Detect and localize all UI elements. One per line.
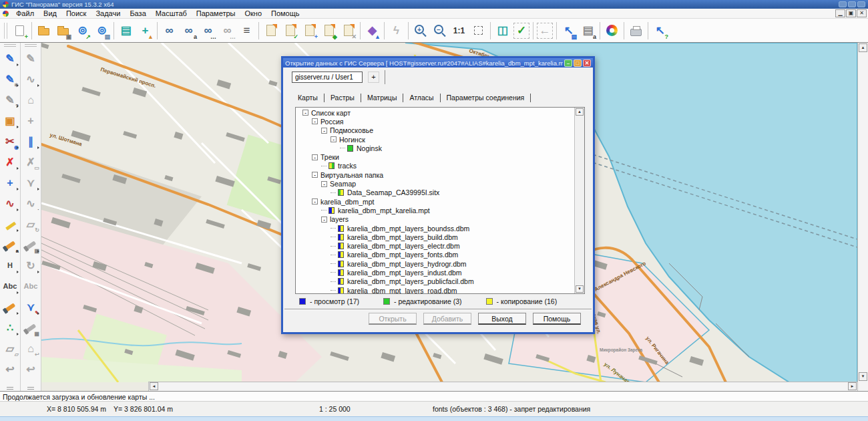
open-geoportal-button[interactable]: ⊚↗ bbox=[73, 21, 92, 40]
tree-item-label[interactable]: karelia_dbm_mpt_layers_electr.dbm bbox=[347, 242, 460, 250]
cut-object-button[interactable]: ✂◉ bbox=[1, 131, 19, 152]
tab-2[interactable]: Матрицы bbox=[361, 94, 403, 102]
tree-item[interactable]: -karelia_dbm_mpt bbox=[296, 197, 574, 206]
menu-item-4[interactable]: База bbox=[125, 9, 150, 17]
tree-item[interactable]: tracks bbox=[296, 162, 574, 170]
tab-0[interactable]: Карты bbox=[292, 94, 324, 102]
mdi-close-button[interactable]: ✕ bbox=[857, 9, 867, 17]
menu-item-5[interactable]: Масштаб bbox=[151, 9, 192, 17]
tree-item-label[interactable]: karelia_dbm_mpt_layers_boundss.dbm bbox=[347, 225, 469, 233]
tree-expander[interactable]: - bbox=[312, 154, 318, 160]
tree-expander[interactable]: - bbox=[302, 110, 308, 116]
create-map-button[interactable]: + bbox=[10, 21, 29, 40]
select-add-button[interactable]: + bbox=[300, 21, 319, 40]
dialog-title-bar[interactable]: Открытие данных с ГИС Сервера [ HOST#gis… bbox=[283, 58, 593, 67]
toolbar-overflow-handle[interactable] bbox=[27, 387, 34, 390]
tree-item[interactable]: karelia_dbm_mpt_layers_road.dbm bbox=[296, 286, 574, 294]
tree-item-label[interactable]: karelia_dbm_mpt_layers_fonts.dbm bbox=[347, 251, 458, 259]
tree-item[interactable]: karelia_dbm_mpt_layers_publicfacil.dbm bbox=[296, 277, 574, 286]
zoom-out-button[interactable]: − bbox=[430, 21, 449, 40]
select-check-button[interactable]: ✓ bbox=[280, 21, 300, 40]
measure-ruler-button[interactable]: ▬ bbox=[1, 214, 19, 235]
tree-expander[interactable]: - bbox=[312, 172, 318, 178]
menu-item-0[interactable]: Файл bbox=[11, 9, 39, 17]
tree-item[interactable]: karelia_dbm_mpt_layers_hydrogr.dbm bbox=[296, 259, 574, 268]
connection-input[interactable] bbox=[292, 72, 363, 83]
tree-expander[interactable]: - bbox=[321, 217, 327, 223]
object-list-button[interactable]: ≡ bbox=[237, 21, 256, 40]
close-window-button[interactable] bbox=[857, 1, 865, 7]
maximize-window-button[interactable] bbox=[848, 1, 856, 7]
tree-item-label[interactable]: Россия bbox=[320, 118, 343, 126]
edit-point-button[interactable]: + bbox=[1, 172, 19, 193]
map-horizontal-scrollbar[interactable]: ◄ ► bbox=[148, 382, 857, 391]
select-area-button[interactable]: ◆ bbox=[319, 21, 339, 40]
edit-tools-button[interactable]: ▣ bbox=[1, 110, 19, 131]
tree-item-label[interactable]: Ногинск bbox=[339, 136, 365, 144]
create-object-button[interactable]: ✎ bbox=[1, 48, 19, 69]
tree-expander[interactable]: - bbox=[321, 128, 327, 134]
move-building-button[interactable]: ⌂↩ bbox=[21, 338, 40, 359]
tree-item-label[interactable]: karelia_dbm_mpt_layers_publicfacil.dbm bbox=[347, 277, 474, 285]
menu-item-2[interactable]: Поиск bbox=[61, 9, 91, 17]
map-scale[interactable]: 1 : 25 000 bbox=[319, 405, 351, 413]
copy-objects-button[interactable]: ▱▱ bbox=[1, 338, 19, 359]
search-by-name-button[interactable]: ∞a bbox=[179, 21, 198, 40]
toolbar-drag-handle[interactable] bbox=[25, 44, 37, 47]
search-continue-button[interactable]: ∞… bbox=[218, 21, 237, 40]
scroll-left-button[interactable]: ◄ bbox=[150, 382, 158, 390]
filter-edit-button[interactable]: ⋎✎ bbox=[21, 297, 40, 317]
map-objects-button[interactable]: ◆▲ bbox=[363, 21, 382, 40]
tree-item-label[interactable]: Треки bbox=[320, 153, 339, 161]
menu-item-7[interactable]: Окно bbox=[240, 9, 266, 17]
back-button[interactable]: ← bbox=[537, 23, 553, 39]
tree-item-label[interactable]: karelia_dbm_mpt bbox=[320, 198, 375, 206]
tree-item-label[interactable]: karelia_dbm_mpt_layers_build.dbm bbox=[347, 233, 458, 241]
move-object-button[interactable]: + bbox=[21, 110, 40, 131]
text-gray-button[interactable]: Abc bbox=[21, 276, 40, 297]
tree-item[interactable]: -Ногинск bbox=[296, 135, 574, 144]
search-button[interactable]: ∞ bbox=[160, 21, 179, 40]
tree-item-label[interactable]: Data_Seamap_CA39995I.sitx bbox=[347, 188, 439, 196]
create-by-modes-button[interactable]: ✎✳ bbox=[1, 69, 19, 90]
tree-item[interactable]: -layers bbox=[296, 215, 574, 224]
dialog-minimize-button[interactable]: – bbox=[564, 59, 572, 67]
edit-object-button[interactable]: ✎ bbox=[21, 48, 40, 69]
highlight-text-button[interactable]: a bbox=[1, 235, 19, 255]
delete-object-button[interactable]: ✗ bbox=[1, 152, 19, 172]
group-objects-button[interactable]: ▱↻ bbox=[21, 214, 40, 235]
undo-button[interactable]: ↩ bbox=[1, 359, 19, 380]
tree-item-label[interactable]: karelia_dbm_mpt_layers_road.dbm bbox=[347, 287, 457, 294]
scroll-down-button[interactable]: ▼ bbox=[859, 372, 867, 381]
menu-item-1[interactable]: Вид bbox=[39, 9, 61, 17]
tree-item[interactable]: karelia_dbm_mpt_layers_fonts.dbm bbox=[296, 251, 574, 259]
topology-button[interactable]: ∥ bbox=[21, 131, 40, 152]
menu-item-6[interactable]: Параметры bbox=[192, 9, 240, 17]
tree-item[interactable]: Data_Seamap_CA39995I.sitx bbox=[296, 188, 574, 197]
tree-item-label[interactable]: Виртуальная папка bbox=[320, 171, 383, 179]
tree-item[interactable]: -Подмосковье bbox=[296, 126, 574, 135]
tree-item-label[interactable]: Список карт bbox=[311, 109, 351, 117]
object-select-panel-button[interactable]: ↖▤ bbox=[559, 21, 578, 40]
dialog-maximize-button[interactable]: □ bbox=[574, 59, 582, 67]
minimize-window-button[interactable] bbox=[839, 1, 847, 7]
add-connection-button[interactable]: + bbox=[368, 72, 379, 83]
join-objects-button[interactable]: ⋎ bbox=[21, 172, 40, 193]
tree-item[interactable]: karelia_dbm_mpt_layers_electr.dbm bbox=[296, 241, 574, 250]
semantics-button[interactable]: ∴ bbox=[1, 317, 19, 338]
view-window-button[interactable]: ◫ bbox=[493, 21, 512, 40]
apply-button[interactable]: ✓ bbox=[513, 23, 529, 39]
tree-item[interactable]: -Виртуальная папка bbox=[296, 170, 574, 179]
object-info-button[interactable]: ✎? bbox=[1, 90, 19, 110]
open-internet-list-button[interactable]: ⊚▤ bbox=[92, 21, 112, 40]
tree-item-label[interactable]: layers bbox=[330, 215, 349, 223]
tab-4[interactable]: Параметры соединения bbox=[441, 94, 531, 102]
select-cancel-button[interactable]: ✕ bbox=[339, 21, 358, 40]
tree-item-label[interactable]: tracks bbox=[338, 162, 357, 170]
tree-item[interactable]: -Seamap bbox=[296, 179, 574, 188]
tree-scrollbar[interactable]: ▲ ▼ bbox=[574, 108, 584, 293]
highlight-grid-button[interactable]: ▦ bbox=[21, 235, 40, 255]
zoom-in-button[interactable]: + bbox=[411, 21, 430, 40]
edit-spline-button[interactable]: ∿ bbox=[21, 69, 40, 90]
text-title-button[interactable]: Abc bbox=[1, 276, 19, 297]
